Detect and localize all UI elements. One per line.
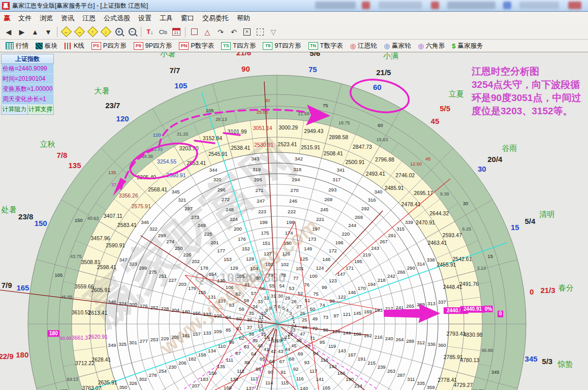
- tab-winner-wheel[interactable]: ◎赢家轮: [381, 41, 415, 51]
- square-tool-icon[interactable]: [188, 26, 201, 38]
- calendar-icon[interactable]: 21: [170, 26, 183, 38]
- svg-text:130: 130: [217, 278, 225, 283]
- svg-text:2440.91: 2440.91: [463, 306, 482, 312]
- fit-icon[interactable]: ∙: [254, 26, 267, 38]
- tab-quotes[interactable]: 行情: [2, 41, 32, 51]
- svg-text:105: 105: [206, 108, 214, 113]
- pan-up-icon[interactable]: ↑: [86, 26, 99, 38]
- rotate-cw-icon[interactable]: ↷: [214, 26, 227, 38]
- t-down-icon[interactable]: T↓: [143, 26, 157, 38]
- svg-text:7/9: 7/9: [2, 281, 12, 289]
- svg-text:15.63: 15.63: [377, 137, 388, 142]
- tab-gann-wheel[interactable]: ◎江恩轮: [347, 41, 381, 51]
- menu-公式选股[interactable]: 公式选股: [100, 12, 134, 24]
- tab-hexagon[interactable]: ◎六角形: [414, 41, 448, 51]
- pan-left-icon[interactable]: ←: [59, 26, 73, 38]
- svg-text:79: 79: [268, 272, 273, 278]
- pan-right-icon[interactable]: →: [73, 26, 86, 38]
- calc-resistance-button[interactable]: 计算阻力: [1, 105, 28, 115]
- svg-text:202: 202: [192, 258, 200, 264]
- clear-icon[interactable]: ▽: [267, 26, 280, 38]
- menu-江恩[interactable]: 江恩: [78, 12, 100, 24]
- pan-down-icon[interactable]: ↓: [99, 26, 112, 38]
- svg-text:110: 110: [218, 343, 226, 349]
- nav-back-icon[interactable]: ◀: [2, 26, 15, 38]
- svg-text:115: 115: [281, 380, 289, 385]
- svg-text:191: 191: [358, 356, 366, 362]
- svg-text:101: 101: [296, 266, 304, 271]
- svg-text:340: 340: [374, 189, 382, 194]
- svg-text:2620.91: 2620.91: [88, 334, 108, 340]
- tab-t-table[interactable]: TNT数字表: [305, 41, 347, 51]
- tab-t-square[interactable]: TST四方形: [218, 41, 259, 51]
- svg-text:160: 160: [224, 385, 232, 390]
- menu-资讯[interactable]: 资讯: [57, 12, 78, 24]
- svg-text:346: 346: [141, 219, 149, 225]
- svg-text:30: 30: [463, 201, 469, 206]
- toolbar-separator: [141, 27, 141, 37]
- svg-text:203: 203: [178, 281, 187, 287]
- blurred-overlay: [431, 2, 439, 9]
- menu-帮助[interactable]: 帮助: [233, 12, 254, 24]
- menu-窗口[interactable]: 窗口: [177, 12, 198, 24]
- rotate-ccw-icon[interactable]: ↶: [227, 26, 240, 38]
- svg-text:41: 41: [264, 346, 269, 352]
- svg-text:46: 46: [296, 338, 302, 343]
- svg-text:31: 31: [271, 293, 276, 299]
- svg-text:178: 178: [200, 265, 208, 271]
- menu-bar: 赢 文件浏览资讯江恩公式选股设置工具窗口交易委托帮助: [0, 12, 588, 25]
- svg-text:242: 242: [387, 273, 395, 279]
- tab-9p-square[interactable]: P99P四方形: [130, 41, 176, 51]
- svg-text:129: 129: [230, 265, 238, 271]
- zoom-out-icon[interactable]: −: [126, 26, 139, 38]
- svg-text:270: 270: [291, 187, 299, 193]
- svg-text:116: 116: [296, 376, 303, 381]
- tab-t-table-icon: TN: [308, 42, 318, 50]
- svg-text:140: 140: [300, 385, 308, 390]
- menu-设置[interactable]: 设置: [134, 12, 156, 24]
- svg-text:2796.88: 2796.88: [375, 156, 394, 162]
- svg-text:2508.41: 2508.41: [324, 150, 343, 156]
- menu-logo-icon: 赢: [3, 14, 11, 22]
- nav-forward-icon[interactable]: ▶: [15, 26, 28, 38]
- svg-text:33: 33: [258, 299, 263, 304]
- title-bar: 赢 赢家江恩专业版[赢家服务平台] - [上证指数 江恩轮]: [0, 0, 588, 12]
- nav-down-icon[interactable]: ▼: [42, 26, 55, 38]
- svg-text:69: 69: [298, 351, 303, 356]
- tab-sectors[interactable]: 板块: [32, 41, 61, 51]
- svg-text:15: 15: [487, 253, 493, 259]
- svg-text:39: 39: [252, 338, 258, 343]
- menu-交易委托[interactable]: 交易委托: [198, 12, 233, 24]
- tab-p-square[interactable]: PSP四方形: [88, 41, 130, 51]
- tab-kline[interactable]: K线: [61, 41, 88, 51]
- menu-工具[interactable]: 工具: [156, 12, 177, 24]
- triangle-tool-icon[interactable]: △: [201, 26, 214, 38]
- calc-support-button[interactable]: 计算支撑: [28, 105, 54, 115]
- svg-text:95: 95: [320, 339, 325, 345]
- menu-文件[interactable]: 文件: [14, 12, 36, 24]
- tab-p-table[interactable]: PNP数字表: [175, 41, 218, 51]
- svg-text:18.75: 18.75: [338, 120, 350, 125]
- tab-winner-service[interactable]: $赢家服务: [448, 41, 486, 51]
- menu-浏览[interactable]: 浏览: [36, 12, 57, 24]
- svg-text:2542.61: 2542.61: [453, 256, 472, 262]
- maximize-icon[interactable]: ×: [240, 26, 254, 38]
- svg-text:春分: 春分: [559, 283, 574, 292]
- svg-text:122: 122: [338, 294, 346, 300]
- svg-text:2523.41: 2523.41: [277, 141, 297, 147]
- tab-hexagon-label: 六角形: [426, 42, 445, 50]
- svg-text:229: 229: [161, 336, 169, 341]
- svg-text:147: 147: [337, 271, 346, 277]
- svg-text:227: 227: [169, 277, 177, 283]
- svg-text:192: 192: [364, 333, 372, 338]
- svg-text:223: 223: [258, 209, 266, 214]
- cls-button[interactable]: Cls: [157, 26, 170, 38]
- zoom-in-icon[interactable]: +: [112, 26, 126, 38]
- toolbar-separator: [57, 27, 57, 37]
- tab-9t-square-label: 9T四方形: [274, 42, 301, 50]
- svg-text:25.00: 25.00: [257, 110, 268, 115]
- tab-9t-square[interactable]: T99T四方形: [259, 41, 304, 51]
- svg-text:88: 88: [244, 360, 250, 365]
- nav-up-icon[interactable]: ▲: [28, 26, 42, 38]
- svg-text:2491.76: 2491.76: [459, 281, 479, 287]
